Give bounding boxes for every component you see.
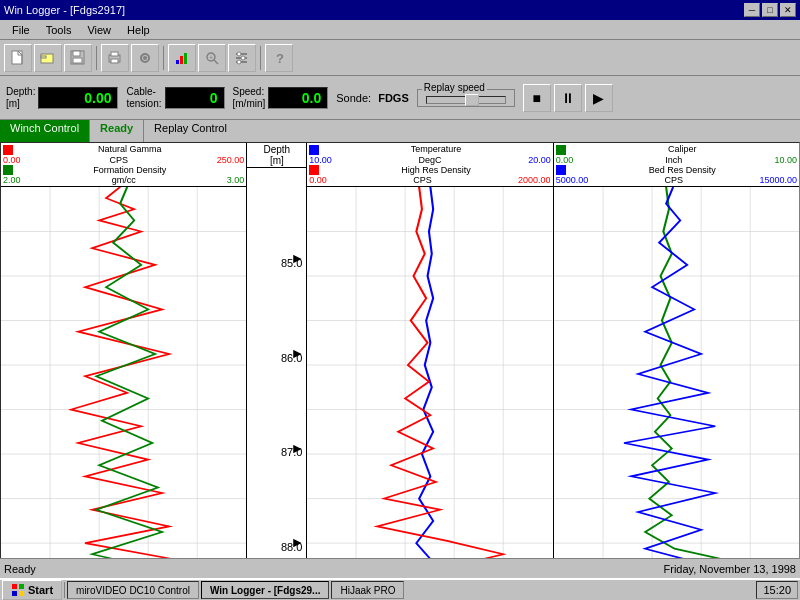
svg-point-23: [241, 56, 245, 60]
track2-ch2-colorbox: [309, 165, 321, 176]
replay-speed-slider[interactable]: [426, 96, 506, 104]
status-bar: Ready Friday, November 13, 1998: [0, 558, 800, 578]
pause-button[interactable]: ⏸: [554, 84, 582, 112]
toolbar-setup[interactable]: [131, 44, 159, 72]
taskbar-item-2[interactable]: HiJaak PRO: [331, 581, 404, 599]
depth-group: Depth:[m] 0.00: [6, 86, 118, 110]
toolbar-print[interactable]: [101, 44, 129, 72]
svg-point-22: [237, 52, 241, 56]
replay-speed-group: Replay speed: [417, 89, 515, 107]
track2-ch1-unit: DegC: [418, 155, 441, 165]
track1-ch1-unit: CPS: [109, 155, 128, 165]
track-3-header-row2: 0.00 Inch 10.00: [556, 155, 797, 165]
status-left: Ready: [4, 563, 36, 575]
toolbar-sep-3: [260, 46, 261, 70]
track-1-svg: [1, 187, 246, 599]
depth-track-label: Depth: [248, 144, 305, 155]
save-icon: [70, 50, 86, 66]
toolbar-config[interactable]: [228, 44, 256, 72]
slider-thumb[interactable]: [465, 94, 479, 106]
track-2-header-row3: High Res Density: [309, 165, 550, 176]
sonde-value: FDGS: [378, 92, 409, 104]
toolbar-new[interactable]: [4, 44, 32, 72]
play-button[interactable]: ▶: [585, 84, 613, 112]
winch-control-tab[interactable]: Winch Control: [0, 120, 90, 142]
taskbar-item-1[interactable]: Win Logger - [Fdgs29...: [201, 581, 329, 599]
close-button[interactable]: ✕: [780, 3, 796, 17]
taskbar-item-0[interactable]: miroVIDEO DC10 Control: [67, 581, 199, 599]
svg-rect-63: [19, 584, 24, 589]
track3-ch2-unit: CPS: [665, 175, 684, 185]
track2-ch1-max: 20.00: [528, 155, 551, 165]
track-3-body: [554, 187, 799, 599]
track-1-body: [1, 187, 246, 599]
toolbar-open[interactable]: [34, 44, 62, 72]
cable-tension-value: 0: [165, 87, 225, 109]
track2-ch1-colorbox: [309, 144, 321, 155]
windows-icon: [11, 583, 25, 597]
track2-ch2-min: 0.00: [309, 175, 327, 185]
menu-help[interactable]: Help: [119, 22, 158, 38]
menu-view[interactable]: View: [79, 22, 119, 38]
open-icon: [40, 50, 56, 66]
svg-rect-64: [12, 591, 17, 596]
track-2-header-row2: 10.00 DegC 20.00: [309, 155, 550, 165]
taskbar-item-2-label: HiJaak PRO: [340, 585, 395, 596]
stop-button[interactable]: ■: [523, 84, 551, 112]
track-1-header-row3: Formation Density: [3, 165, 244, 176]
taskbar-time: 15:20: [756, 581, 798, 599]
svg-rect-14: [180, 56, 183, 64]
svg-rect-10: [111, 59, 118, 63]
toolbar-zoom[interactable]: +: [198, 44, 226, 72]
track-2-svg: [307, 187, 552, 599]
taskbar-item-1-label: Win Logger - [Fdgs29...: [210, 585, 320, 596]
toolbar-help[interactable]: ?: [265, 44, 293, 72]
depth-track-unit: [m]: [248, 155, 305, 166]
menu-tools[interactable]: Tools: [38, 22, 80, 38]
depth-track: Depth [m] 85.0 ► 86.0 ► 87.0 ► 88.0 ►: [247, 143, 307, 599]
track-2-header-row1: Temperature: [309, 144, 550, 155]
track1-ch2-label: Formation Density: [93, 165, 166, 175]
help-icon: ?: [271, 50, 287, 66]
status-right: Friday, November 13, 1998: [664, 563, 796, 575]
track-1: Natural Gamma 0.00 CPS 250.00 Formation …: [1, 143, 247, 599]
track-3: Caliper 0.00 Inch 10.00 Bed Res Density …: [554, 143, 799, 599]
cable-tension-label: Cable-tension:: [126, 86, 161, 110]
title-bar-controls: ─ □ ✕: [744, 3, 796, 17]
svg-rect-62: [12, 584, 17, 589]
depth-label: Depth:[m]: [6, 86, 35, 110]
track2-ch2-max: 2000.00: [518, 175, 551, 185]
track-3-svg: [554, 187, 799, 599]
minimize-button[interactable]: ─: [744, 3, 760, 17]
track3-ch1-unit: Inch: [665, 155, 682, 165]
maximize-button[interactable]: □: [762, 3, 778, 17]
menu-file[interactable]: File: [4, 22, 38, 38]
transport-controls: ■ ⏸ ▶: [523, 84, 613, 112]
depth-value: 0.00: [38, 87, 118, 109]
ready-label: Ready: [90, 120, 143, 142]
menu-bar: File Tools View Help: [0, 20, 800, 40]
cable-tension-group: Cable-tension: 0: [126, 86, 224, 110]
svg-rect-65: [19, 591, 24, 596]
toolbar-chart[interactable]: [168, 44, 196, 72]
taskbar-item-0-label: miroVIDEO DC10 Control: [76, 585, 190, 596]
toolbar-save[interactable]: [64, 44, 92, 72]
title-bar: Win Logger - [Fdgs2917] ─ □ ✕: [0, 0, 800, 20]
start-button[interactable]: Start: [2, 580, 62, 600]
replay-control-label: Replay Control: [143, 120, 800, 142]
winch-replay-row: Winch Control Ready Replay Control: [0, 120, 800, 142]
track1-ch1-colorbox: [3, 144, 15, 155]
zoom-icon: +: [204, 50, 220, 66]
track1-ch1-label: Natural Gamma: [98, 144, 162, 154]
track1-ch2-unit: gm/cc: [112, 175, 136, 185]
params-bar: Depth:[m] 0.00 Cable-tension: 0 Speed:[m…: [0, 76, 800, 120]
new-icon: [10, 50, 26, 66]
config-icon: [234, 50, 250, 66]
main-window: Win Logger - [Fdgs2917] ─ □ ✕ File Tools…: [0, 0, 800, 600]
svg-text:+: +: [209, 54, 213, 61]
track-1-header-row1: Natural Gamma: [3, 144, 244, 155]
svg-point-12: [143, 56, 147, 60]
depth-arrow-1: ►: [290, 250, 304, 266]
replay-speed-label: Replay speed: [422, 82, 487, 93]
window-title: Win Logger - [Fdgs2917]: [4, 4, 125, 16]
